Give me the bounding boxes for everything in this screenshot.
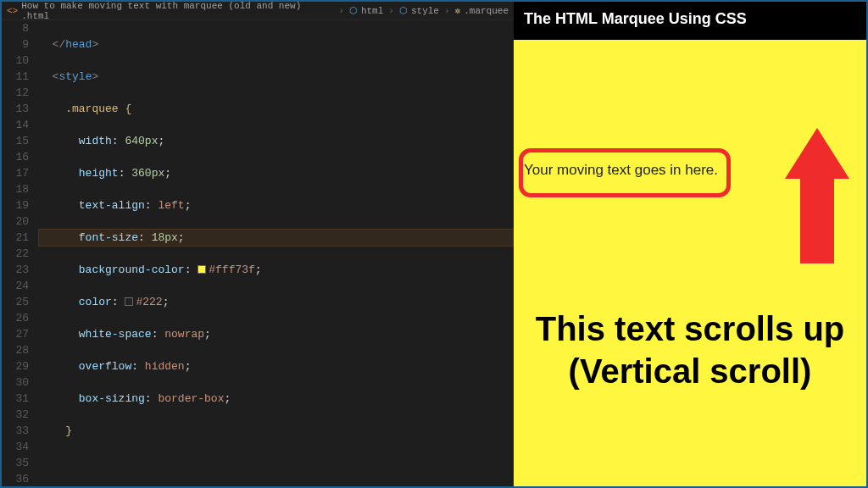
code-area[interactable]: 8 9 10 11 12 13 14 15 16 17 18 19 20 21 … <box>2 20 514 486</box>
line-number: 26 <box>2 310 29 326</box>
breadcrumb-selector[interactable]: .marquee <box>464 6 509 16</box>
breadcrumb-html[interactable]: html <box>361 6 383 16</box>
line-number: 28 <box>2 342 29 358</box>
line-number: 13 <box>2 101 29 117</box>
arrow-up-icon <box>787 128 848 263</box>
breadcrumb-file[interactable]: How to make moving text with marquee (ol… <box>21 1 333 21</box>
line-number: 25 <box>2 294 29 310</box>
line-number: 36 <box>2 471 29 486</box>
color-swatch-icon <box>198 265 206 274</box>
element-icon: ⬡ <box>349 5 358 16</box>
element-icon: ⬡ <box>399 5 408 16</box>
color-swatch-icon <box>125 297 133 306</box>
line-number: 32 <box>2 407 29 423</box>
line-number: 20 <box>2 214 29 230</box>
chevron-right-icon: › <box>444 6 450 16</box>
line-number: 12 <box>2 85 29 101</box>
line-number: 14 <box>2 117 29 133</box>
line-number: 8 <box>2 20 29 36</box>
line-number: 30 <box>2 374 29 391</box>
line-number: 15 <box>2 133 29 149</box>
code-editor-pane: <> How to make moving text with marquee … <box>2 2 514 486</box>
line-number-gutter: 8 9 10 11 12 13 14 15 16 17 18 19 20 21 … <box>2 20 39 486</box>
selector-icon: ✲ <box>455 5 461 16</box>
line-number: 23 <box>2 262 29 278</box>
marquee-container: Your moving text goes in here. This text… <box>514 40 866 486</box>
annotation-caption: This text scrolls up (Vertical scroll) <box>514 308 866 392</box>
line-number: 21 <box>2 230 29 246</box>
line-number: 31 <box>2 391 29 407</box>
browser-preview-pane: The HTML Marquee Using CSS Your moving t… <box>514 2 866 486</box>
line-number: 27 <box>2 326 29 342</box>
line-number: 16 <box>2 149 29 165</box>
file-icon: <> <box>7 6 18 16</box>
code-content[interactable]: </head> <style> .marquee { width: 640px;… <box>39 20 514 486</box>
line-number: 17 <box>2 165 29 181</box>
line-number: 9 <box>2 36 29 53</box>
line-number: 11 <box>2 69 29 85</box>
line-number: 18 <box>2 181 29 197</box>
line-number: 19 <box>2 197 29 214</box>
marquee-moving-text: Your moving text goes in here. <box>524 162 718 179</box>
line-number: 29 <box>2 358 29 374</box>
line-number: 33 <box>2 423 29 439</box>
line-number: 35 <box>2 455 29 471</box>
chevron-right-icon: › <box>388 6 394 16</box>
line-number: 34 <box>2 439 29 455</box>
line-number: 24 <box>2 278 29 294</box>
breadcrumb-style[interactable]: style <box>411 6 439 16</box>
breadcrumb[interactable]: <> How to make moving text with marquee … <box>2 2 514 20</box>
line-number: 10 <box>2 53 29 69</box>
preview-heading: The HTML Marquee Using CSS <box>514 2 866 40</box>
line-number: 22 <box>2 246 29 262</box>
chevron-right-icon: › <box>338 6 344 16</box>
